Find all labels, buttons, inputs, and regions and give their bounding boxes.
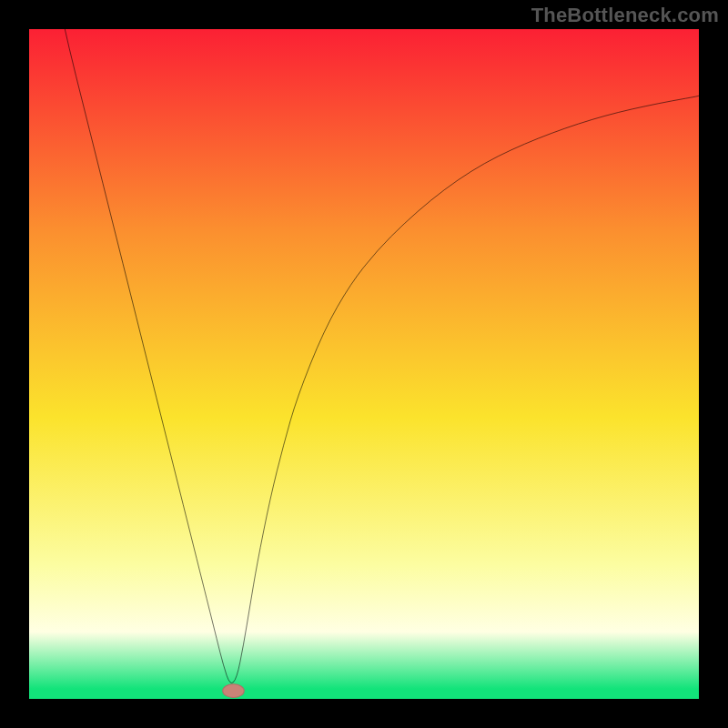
watermark-text: TheBottleneck.com	[531, 4, 719, 27]
plot-area	[29, 29, 699, 699]
chart-stage: TheBottleneck.com	[0, 0, 728, 728]
optimum-marker	[223, 684, 245, 698]
gradient-fill	[29, 29, 699, 699]
plot-svg	[29, 29, 699, 699]
